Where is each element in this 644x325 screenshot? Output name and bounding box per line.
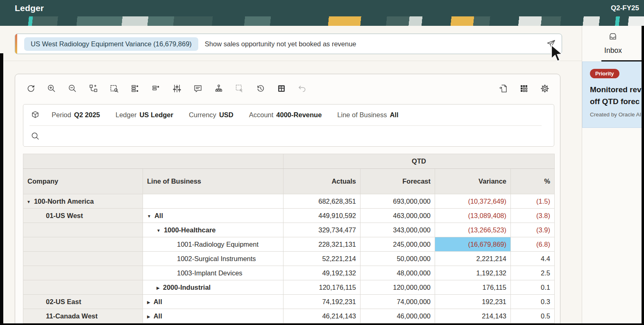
col-header-pct[interactable]: % (511, 169, 555, 194)
zoom-out-icon[interactable] (68, 84, 77, 93)
actuals-cell[interactable]: 52,221,214 (283, 252, 361, 266)
search-icon[interactable] (30, 131, 40, 141)
lob-cell[interactable]: ▼1000-Healthcare (143, 223, 283, 237)
collapse-arrow-icon[interactable]: ▼ (156, 228, 161, 232)
pct-cell[interactable]: 2.5 (511, 266, 555, 280)
lob-cell[interactable]: 1003-Implant Devices (143, 266, 283, 280)
pov-filter-ledger[interactable]: LedgerUS Ledger (116, 111, 173, 119)
col-header-lob[interactable]: Line of Business (143, 169, 283, 194)
company-cell[interactable]: 02-US East (23, 295, 143, 309)
col-header-variance[interactable]: Variance (435, 169, 511, 194)
expand-arrow-icon[interactable]: ▶ (156, 285, 160, 290)
variance-cell[interactable]: (13,089,408) (435, 209, 511, 223)
pov-filter-value: USD (219, 111, 234, 118)
pct-cell[interactable]: (1.5) (511, 194, 555, 209)
calculator-grid-icon[interactable] (277, 84, 286, 93)
variance-cell[interactable]: 176,115 (435, 280, 511, 295)
col-header-actuals[interactable]: Actuals (283, 169, 361, 194)
company-cell[interactable] (23, 237, 143, 252)
lob-cell[interactable]: ▶2000-Industrial (143, 280, 283, 295)
expand-arrow-icon[interactable]: ▶ (147, 314, 150, 318)
pct-cell[interactable]: (3.9) (511, 223, 555, 237)
variance-cell[interactable]: 2,221,214 (435, 252, 511, 266)
pov-filter-value: US Ledger (139, 111, 173, 118)
inbox-card[interactable]: Priority Monitored rev off QTD forec Cre… (582, 61, 644, 128)
ledger-grid: QTD Company Line of Business Actuals For… (23, 154, 555, 323)
variance-cell[interactable]: 1,192,132 (435, 266, 511, 280)
forecast-cell[interactable]: 74,000,000 (361, 295, 435, 309)
pov-filter-currency[interactable]: CurrencyUSD (189, 111, 234, 119)
actuals-cell[interactable]: 49,192,132 (283, 266, 361, 280)
pov-filter-line-of-business[interactable]: Line of BusinessAll (337, 111, 398, 119)
actuals-cell[interactable]: 228,321,131 (283, 237, 361, 252)
comment-icon[interactable] (193, 84, 203, 93)
expand-arrow-icon[interactable]: ▶ (147, 300, 150, 304)
zoom-in-icon[interactable] (47, 84, 57, 93)
refresh-icon[interactable] (26, 84, 36, 93)
grid-view-icon[interactable] (519, 84, 529, 93)
company-cell[interactable] (23, 266, 143, 280)
cube-icon[interactable] (30, 110, 40, 120)
variance-cell[interactable]: (13,266,523) (435, 223, 511, 237)
variance-cell[interactable]: (10,372,649) (435, 194, 511, 209)
collapse-rows-icon[interactable] (151, 84, 161, 93)
forecast-cell[interactable]: 693,000,000 (361, 194, 435, 209)
forecast-cell[interactable]: 46,000,000 (361, 309, 435, 323)
collapse-arrow-icon[interactable]: ▼ (27, 199, 31, 204)
ai-prompt-bar[interactable]: US West Radiology Equipment Variance (16… (15, 34, 562, 54)
pct-cell[interactable]: 0.3 (511, 295, 555, 309)
col-header-company[interactable]: Company (23, 169, 143, 194)
pov-filter-account[interactable]: Account4000-Revenue (249, 111, 322, 119)
adjust-filters-icon[interactable] (172, 84, 182, 93)
actuals-cell[interactable]: 449,910,592 (283, 209, 361, 223)
actuals-cell[interactable]: 46,214,143 (283, 309, 361, 323)
company-cell[interactable] (23, 280, 143, 295)
company-cell[interactable] (23, 223, 143, 237)
expand-rows-icon[interactable] (130, 84, 140, 93)
forecast-cell[interactable]: 463,000,000 (361, 209, 435, 223)
company-cell[interactable]: ▼100-North America (23, 194, 143, 209)
lob-cell[interactable]: ▼All (143, 209, 283, 223)
history-icon[interactable] (256, 84, 265, 93)
pov-filter-label: Account (249, 111, 274, 118)
forecast-cell[interactable]: 120,000,000 (361, 280, 435, 295)
actuals-cell[interactable]: 120,176,115 (283, 280, 361, 295)
actuals-cell[interactable]: 682,628,351 (283, 194, 361, 209)
forecast-cell[interactable]: 245,000,000 (361, 237, 435, 252)
app-header: Ledger Q2-FY25 (0, 0, 644, 16)
settings-gear-icon[interactable] (540, 84, 550, 93)
export-document-icon[interactable] (498, 84, 508, 93)
pct-cell[interactable]: (6.8) (511, 237, 555, 252)
lob-cell[interactable]: ▶All (143, 309, 283, 323)
company-cell[interactable]: 01-US West (23, 209, 143, 223)
forecast-cell[interactable]: 343,000,000 (361, 223, 435, 237)
pct-cell[interactable]: 0.1 (511, 280, 555, 295)
tab-inbox[interactable]: Inbox (582, 32, 644, 55)
variance-cell[interactable]: 214,143 (435, 309, 511, 323)
col-header-forecast[interactable]: Forecast (361, 169, 435, 194)
forecast-cell[interactable]: 48,000,000 (361, 266, 435, 280)
forecast-cell[interactable]: 50,000,000 (361, 252, 435, 266)
actuals-cell[interactable]: 74,192,231 (283, 295, 361, 309)
pov-filter-period[interactable]: PeriodQ2 2025 (52, 111, 100, 119)
zoom-selection-icon[interactable] (109, 84, 119, 93)
lob-cell[interactable]: 1001-Radiology Equipment (143, 237, 283, 252)
variance-cell[interactable]: 192,231 (435, 295, 511, 309)
lob-cell[interactable] (143, 194, 283, 209)
hierarchy-icon[interactable] (214, 84, 224, 93)
variance-cell[interactable]: (16,679,869) (435, 237, 511, 252)
undo-icon (297, 84, 307, 93)
notification-byline: Created by Oracle AI (590, 111, 644, 118)
pct-cell[interactable]: (3.8) (511, 209, 555, 223)
pct-cell[interactable]: 0.5 (511, 309, 555, 323)
collapse-arrow-icon[interactable]: ▼ (147, 214, 151, 218)
pct-cell[interactable]: 4.4 (511, 252, 555, 266)
lob-cell[interactable]: 1002-Surgical Instruments (143, 252, 283, 266)
lob-cell[interactable]: ▶All (143, 295, 283, 309)
company-cell[interactable]: 11-Canada West (23, 309, 143, 323)
pivot-icon[interactable] (88, 84, 98, 93)
actuals-cell[interactable]: 329,734,477 (283, 223, 361, 237)
send-icon[interactable] (546, 39, 556, 49)
company-cell[interactable] (23, 252, 143, 266)
context-chip[interactable]: US West Radiology Equipment Variance (16… (24, 37, 198, 51)
